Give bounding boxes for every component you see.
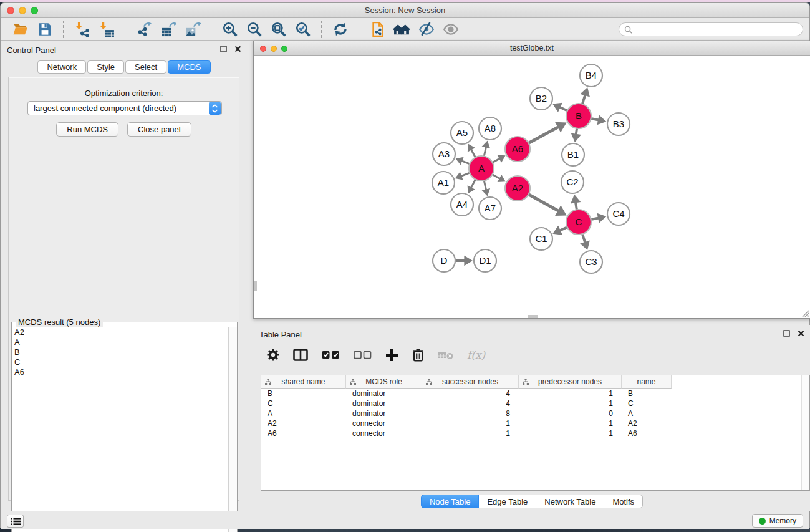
float-panel-icon[interactable] — [220, 46, 227, 52]
graph-node-A3[interactable]: A3 — [433, 143, 455, 165]
tab-network[interactable]: Network — [37, 60, 86, 74]
zoom-fit-icon[interactable] — [270, 21, 287, 37]
graph-node-A[interactable]: A — [469, 156, 494, 181]
tab-node-table[interactable]: Node Table — [421, 495, 480, 508]
cell[interactable]: 8 — [422, 409, 519, 418]
tab-mcds[interactable]: MCDS — [168, 60, 210, 74]
cell[interactable]: 1 — [422, 418, 519, 428]
cell[interactable]: A6 — [622, 428, 672, 438]
delete-column-icon[interactable] — [412, 348, 424, 362]
cell[interactable]: A6 — [261, 428, 346, 438]
column-header-MCDS-role[interactable]: MCDS role — [346, 375, 422, 389]
cell[interactable]: A2 — [261, 418, 346, 428]
cell[interactable]: 4 — [422, 389, 519, 399]
column-header-predecessor-nodes[interactable]: predecessor nodes — [519, 375, 622, 389]
column-header-successor-nodes[interactable]: successor nodes — [422, 375, 519, 389]
graph-node-B[interactable]: B — [566, 104, 591, 128]
table-row[interactable]: A6connector11A6 — [261, 428, 801, 438]
cell[interactable]: dominator — [346, 409, 422, 418]
float-panel-icon[interactable] — [783, 330, 790, 337]
cell[interactable]: C — [261, 399, 346, 409]
result-item[interactable]: A2 — [12, 327, 228, 337]
graph-node-B3[interactable]: B3 — [607, 113, 630, 135]
cell[interactable]: C — [622, 399, 672, 409]
graph-node-A8[interactable]: A8 — [479, 117, 501, 140]
result-item[interactable]: B — [12, 347, 228, 357]
search-input[interactable] — [635, 25, 803, 34]
split-view-icon[interactable] — [293, 349, 308, 361]
result-item[interactable]: A — [12, 337, 228, 347]
graph-node-A1[interactable]: A1 — [432, 172, 455, 194]
network-window-titlebar[interactable]: testGlobe.txt — [254, 41, 810, 56]
graph-node-A7[interactable]: A7 — [479, 197, 501, 220]
mcds-result-list[interactable]: A2ABCA6 — [12, 327, 228, 532]
save-session-icon[interactable] — [36, 21, 53, 37]
graph-node-D1[interactable]: D1 — [474, 249, 496, 272]
cell[interactable]: A — [622, 409, 672, 418]
run-mcds-button[interactable]: Run MCDS — [56, 122, 118, 137]
splitter-handle[interactable] — [528, 315, 538, 318]
graph-node-D[interactable]: D — [433, 249, 455, 272]
column-header-shared-name[interactable]: shared name — [261, 375, 346, 389]
column-header-name[interactable]: name — [622, 375, 672, 389]
add-column-icon[interactable] — [385, 349, 398, 362]
show-graphics-details-icon[interactable] — [442, 21, 459, 37]
splitter-handle[interactable] — [254, 281, 257, 291]
tab-select[interactable]: Select — [125, 60, 166, 74]
open-session-icon[interactable] — [12, 21, 29, 37]
search-field[interactable] — [619, 22, 803, 36]
graph-node-B2[interactable]: B2 — [530, 87, 552, 110]
table-row[interactable]: Adominator80A — [261, 409, 801, 418]
deselect-all-checkboxes-icon[interactable] — [354, 351, 372, 359]
resize-grip-icon[interactable] — [801, 309, 809, 317]
criterion-select[interactable]: largest connected component (directed) — [27, 101, 222, 115]
result-list-scrollbar[interactable] — [228, 327, 237, 532]
zoom-out-icon[interactable] — [246, 21, 263, 37]
cell[interactable]: 1 — [519, 418, 622, 428]
settings-gear-icon[interactable] — [267, 349, 279, 361]
cell[interactable]: 4 — [422, 399, 519, 409]
cell[interactable]: dominator — [346, 389, 422, 399]
graph-node-C[interactable]: C — [566, 210, 591, 235]
cell[interactable]: B — [261, 389, 346, 399]
cell[interactable]: dominator — [346, 399, 422, 409]
graph-node-A5[interactable]: A5 — [451, 122, 473, 144]
import-network-icon[interactable] — [74, 21, 90, 37]
delete-table-icon[interactable] — [438, 350, 453, 360]
table-row[interactable]: Cdominator41C — [261, 399, 801, 409]
refresh-icon[interactable] — [332, 21, 349, 37]
tab-network-table[interactable]: Network Table — [536, 495, 604, 508]
cell[interactable]: connector — [346, 418, 422, 428]
cell[interactable]: 0 — [519, 409, 622, 418]
graph-node-A2[interactable]: A2 — [505, 176, 530, 201]
graph-node-B4[interactable]: B4 — [580, 64, 602, 87]
close-panel-icon[interactable] — [798, 330, 804, 337]
zoom-in-icon[interactable] — [221, 21, 238, 37]
cell[interactable]: connector — [346, 428, 422, 438]
export-image-icon[interactable] — [184, 21, 201, 37]
network-from-file-icon[interactable] — [369, 21, 386, 37]
cell[interactable]: 1 — [519, 399, 622, 409]
tab-edge-table[interactable]: Edge Table — [479, 495, 536, 508]
table-row[interactable]: Bdominator41B — [261, 389, 801, 399]
task-history-button[interactable] — [7, 515, 24, 528]
table-scrollbar[interactable] — [801, 375, 809, 490]
network-graph[interactable]: AA1A2A3A4A5A6A7A8BB1B2B3B4CC1C2C3C4DD1 — [254, 56, 810, 318]
cell[interactable]: 1 — [519, 389, 622, 399]
import-table-icon[interactable] — [98, 21, 115, 37]
graph-node-A4[interactable]: A4 — [451, 193, 473, 216]
tab-style[interactable]: Style — [87, 60, 124, 74]
graph-node-C1[interactable]: C1 — [530, 228, 552, 250]
memory-button[interactable]: Memory — [752, 514, 803, 528]
cell[interactable]: B — [622, 389, 672, 399]
result-item[interactable]: C — [12, 357, 228, 367]
network-canvas[interactable]: AA1A2A3A4A5A6A7A8BB1B2B3B4CC1C2C3C4DD1 — [254, 56, 810, 318]
close-panel-icon[interactable] — [234, 46, 241, 52]
select-all-checkboxes-icon[interactable] — [322, 351, 340, 359]
cell[interactable]: 1 — [422, 428, 519, 438]
zoom-selected-icon[interactable] — [294, 21, 311, 37]
cell[interactable]: 1 — [519, 428, 622, 438]
export-network-icon[interactable] — [135, 21, 152, 37]
function-builder-icon[interactable]: f(x) — [467, 349, 485, 361]
export-table-icon[interactable] — [160, 21, 176, 37]
